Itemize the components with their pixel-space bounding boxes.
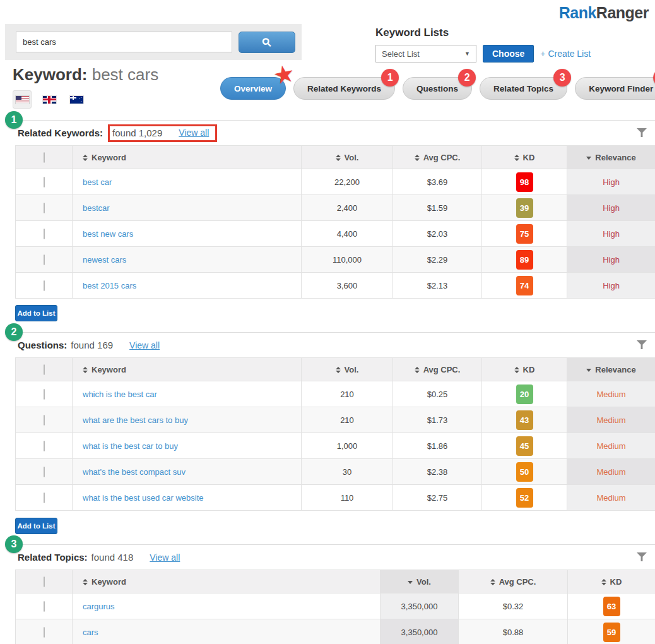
keyword-cell: newest cars [73,247,302,273]
column-header-avg-cpc-[interactable]: Avg CPC. [393,146,482,169]
table-row: bestcar2,400$1.5939High [16,195,655,221]
column-header-vol-[interactable]: Vol. [302,358,393,381]
column-header-keyword[interactable]: Keyword [73,570,381,593]
kd-badge: 63 [603,597,620,616]
column-header-kd[interactable]: KD [482,358,567,381]
checkbox-cell [16,381,73,407]
add-to-list-button[interactable]: Add to List [15,518,57,534]
row-checkbox[interactable] [44,415,45,426]
annotation-badge-1: 1 [5,111,23,129]
rankranger-page: RankRanger ⚲ Keyword Lists Select List ▼… [0,0,655,644]
found-count: found 418 [91,552,134,563]
column-header-relevance[interactable]: Relevance [567,358,655,381]
page-title-keyword: best cars [92,65,159,84]
keyword-link[interactable]: best 2015 cars [83,281,136,290]
view-tabs: Overview★Related Keywords1Questions2Rela… [220,77,655,100]
row-checkbox[interactable] [44,441,45,451]
header-checkbox-cell [16,146,73,169]
select-list-dropdown[interactable]: Select List ▼ [375,45,476,63]
keyword-link[interactable]: bestcar [83,203,110,213]
choose-button[interactable]: Choose [483,45,534,63]
column-header-kd[interactable]: KD [568,570,655,593]
column-header-avg-cpc-[interactable]: Avg CPC. [459,570,568,593]
search-button[interactable]: ⚲ [239,32,295,53]
kd-badge: 89 [516,250,533,270]
avg-cpc-cell: $2.03 [393,221,482,247]
keyword-search-input[interactable] [16,32,232,52]
row-checkbox[interactable] [44,177,45,188]
create-list-link[interactable]: + Create List [540,49,591,59]
volume-cell: 3,350,000 [381,619,459,644]
table-row: what is the best used car website110$2.7… [16,485,655,511]
row-checkbox[interactable] [44,203,45,213]
tab-keyword-finder[interactable]: Keyword Finder4 [575,77,655,100]
filter-icon[interactable] [637,128,647,137]
keyword-link[interactable]: best car [83,177,112,187]
row-checkbox[interactable] [44,601,45,612]
view-all-link[interactable]: View all [179,128,209,138]
keyword-link[interactable]: newest cars [83,255,126,265]
relevance-cell: Medium [567,407,655,433]
row-checkbox[interactable] [44,467,45,477]
keyword-cell: cargurus [73,593,381,619]
column-header-relevance[interactable]: Relevance [567,146,655,169]
tab-questions[interactable]: Questions2 [403,77,472,100]
filter-icon[interactable] [637,340,647,349]
table-row: what are the best cars to buy210$1.7343M… [16,407,655,433]
row-checkbox[interactable] [44,280,45,291]
row-checkbox[interactable] [44,627,45,638]
kd-cell: 45 [482,433,567,459]
row-checkbox[interactable] [44,389,45,400]
tab-related-keywords[interactable]: Related Keywords1 [293,77,395,100]
rankranger-logo: RankRanger [559,4,649,22]
filter-icon[interactable] [637,552,647,561]
view-all-link[interactable]: View all [129,340,160,350]
select-all-checkbox[interactable] [44,152,45,163]
keyword-link[interactable]: cargurus [83,602,115,611]
select-all-checkbox[interactable] [44,364,45,375]
column-header-keyword[interactable]: Keyword [73,146,302,169]
kd-badge: 98 [516,172,533,192]
volume-cell: 110,000 [302,247,393,273]
volume-cell: 3,350,000 [381,593,459,619]
keyword-link[interactable]: best new cars [83,229,133,239]
kd-cell: 74 [482,273,567,299]
keyword-link[interactable]: what is the best car to buy [83,441,178,451]
add-to-list-button[interactable]: Add to List [15,305,57,321]
keyword-link[interactable]: what are the best cars to buy [83,415,188,425]
kd-badge: 20 [516,385,533,404]
row-checkbox[interactable] [44,492,45,503]
kd-cell: 59 [568,619,655,644]
annotation-badge-3: 3 [5,535,23,553]
avg-cpc-cell: $2.38 [393,459,482,485]
au-flag-button[interactable] [67,90,86,109]
kd-badge: 75 [516,224,533,244]
keyword-link[interactable]: what is the best used car website [83,493,204,503]
keyword-link[interactable]: cars [83,628,98,637]
tab-overview[interactable]: Overview★ [220,77,286,100]
keyword-link[interactable]: which is the best car [83,390,157,399]
row-checkbox[interactable] [44,229,45,239]
column-header-vol-[interactable]: Vol. [381,570,459,593]
select-all-checkbox[interactable] [44,576,45,587]
avg-cpc-cell: $1.73 [393,407,482,433]
uk-flag-button[interactable] [40,90,59,109]
column-header-keyword[interactable]: Keyword [73,358,302,381]
relevance-cell: Medium [567,485,655,511]
us-flag-button[interactable] [13,90,32,109]
kd-cell: 75 [482,221,567,247]
keyword-link[interactable]: what's the best compact suv [83,467,186,477]
sort-icon [83,155,88,161]
table-row: cargurus3,350,000$0.3263 [16,593,655,619]
search-icon: ⚲ [259,35,275,51]
column-header-avg-cpc-[interactable]: Avg CPC. [393,358,482,381]
column-header-kd[interactable]: KD [482,146,567,169]
keyword-search-bar: ⚲ [5,24,302,60]
volume-cell: 1,000 [302,433,393,459]
tab-label: Keyword Finder [589,84,653,93]
column-header-vol-[interactable]: Vol. [302,146,393,169]
found-count: found 1,029 [112,128,162,138]
tab-related-topics[interactable]: Related Topics3 [480,77,567,100]
row-checkbox[interactable] [44,254,45,265]
view-all-link[interactable]: View all [150,552,180,563]
